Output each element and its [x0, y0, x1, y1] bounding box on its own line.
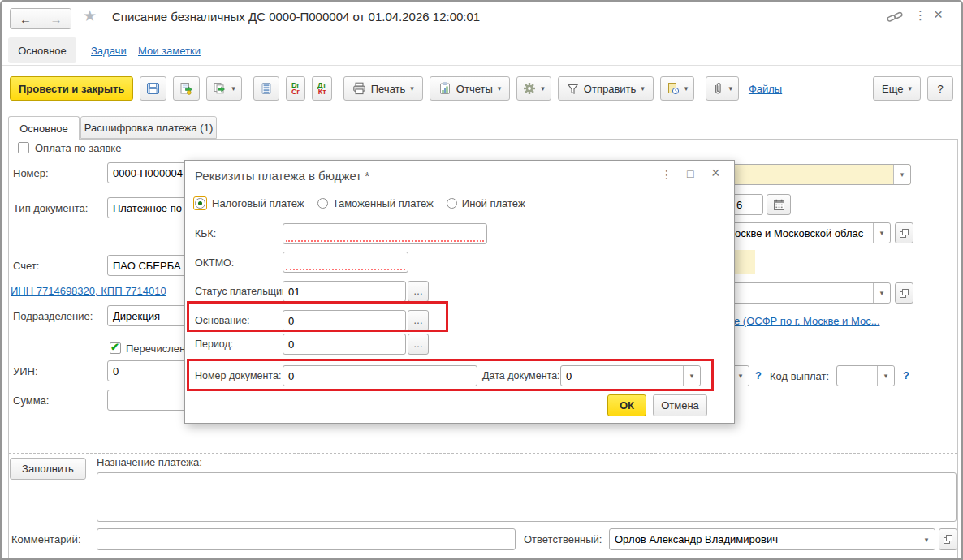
responsible-input[interactable]: Орлов Александр Владимирович ▾: [609, 528, 935, 550]
dropdown-arrow[interactable]: ▾: [918, 529, 935, 549]
radio-customs-payment[interactable]: Таможенный платеж: [317, 197, 434, 209]
payer-status-select-button[interactable]: …: [408, 281, 429, 302]
reports-label: Отчеты: [456, 83, 493, 95]
dropdown-arrow[interactable]: ▾: [683, 366, 700, 386]
open-item-button[interactable]: [895, 282, 913, 304]
schedule-document-button[interactable]: ▾: [660, 76, 695, 101]
dropdown-glyph: ▾: [900, 170, 905, 179]
open-item-button[interactable]: [895, 222, 913, 243]
schedule-dropdown-icon: ▾: [684, 84, 689, 93]
basis-input[interactable]: 0: [283, 310, 406, 331]
open-item-button[interactable]: [939, 528, 957, 550]
favorite-star-icon[interactable]: ★: [83, 6, 97, 25]
attachments-button[interactable]: ▾: [706, 76, 739, 101]
kebab-glyph: ⋮: [661, 168, 672, 181]
debit-credit-ru-button[interactable]: Дт Кт: [312, 76, 332, 101]
oktmo-input[interactable]: [283, 252, 408, 273]
period-select-button[interactable]: …: [408, 334, 429, 355]
debit-credit-en-button[interactable]: Dr Cr: [286, 76, 305, 101]
department-label: Подразделение:: [13, 310, 93, 322]
more-label: Еще: [882, 83, 903, 95]
help-label: ?: [937, 83, 943, 95]
window-close-icon[interactable]: ×: [934, 6, 943, 24]
application-window: ← → ★ Списание безналичных ДС 0000-П0000…: [0, 0, 963, 560]
kbk-input[interactable]: [283, 223, 487, 244]
register-records-button[interactable]: [253, 76, 279, 101]
back-button[interactable]: ←: [11, 9, 41, 28]
nav-tab-main[interactable]: Основное: [8, 37, 76, 63]
payer-status-input[interactable]: 01: [283, 281, 406, 302]
required-field-marker: [286, 240, 484, 242]
copy-button[interactable]: ▾: [206, 76, 242, 101]
more-dropdown-icon: ▾: [908, 84, 912, 93]
radio-other-payment[interactable]: Иной платеж: [447, 197, 525, 209]
files-link[interactable]: Файлы: [749, 83, 782, 95]
help-question-icon[interactable]: ?: [903, 369, 909, 381]
inn-kpp-link[interactable]: ИНН 7714698320, КПП 7714010: [11, 285, 166, 297]
window-kebab-menu-icon[interactable]: ⋮: [914, 8, 926, 23]
doc-date-input[interactable]: 0 ▾: [560, 365, 701, 386]
star-glyph: ★: [83, 7, 97, 24]
nav-link-notes[interactable]: Мои заметки: [138, 45, 201, 57]
department-value: Дирекция: [113, 310, 160, 322]
paperclip-icon: [712, 82, 723, 95]
nav-link-tasks[interactable]: Задачи: [91, 45, 127, 57]
print-button[interactable]: Печать ▾: [343, 76, 423, 101]
dropdown-glyph: ▾: [739, 372, 743, 380]
payment-type-radio-group: Налоговый платеж Таможенный платеж Иной …: [193, 196, 525, 210]
copy-dropdown-icon[interactable]: ▾: [231, 84, 235, 93]
settings-gear-button[interactable]: ▾: [516, 76, 551, 101]
get-link-icon[interactable]: [887, 11, 904, 24]
post-document-button[interactable]: [173, 76, 200, 101]
doc-number-value: 0: [288, 370, 294, 382]
doc-tab-payment-breakdown-label: Расшифровка платежа (1): [84, 122, 213, 134]
osfr-link[interactable]: е (ОСФР по г. Москве и Мос...: [734, 315, 880, 327]
post-and-close-button[interactable]: Провести и закрыть: [10, 76, 133, 101]
help-question-icon[interactable]: ?: [755, 369, 762, 381]
doc-number-input[interactable]: 0: [283, 365, 477, 386]
transferred-checkbox[interactable]: ✔: [110, 342, 121, 354]
radio-tax-payment[interactable]: Налоговый платеж: [193, 196, 304, 210]
save-button[interactable]: [140, 76, 166, 101]
dropdown-arrow[interactable]: ▾: [877, 366, 894, 386]
register-records-icon: [260, 82, 273, 95]
doc-tab-payment-breakdown[interactable]: Расшифровка платежа (1): [80, 116, 217, 139]
reports-button[interactable]: Отчеты ▾: [430, 76, 510, 101]
ellipsis-glyph: …: [413, 315, 423, 326]
recipient-combo-input[interactable]: ▾: [716, 282, 891, 304]
help-button[interactable]: ?: [927, 76, 953, 101]
required-field-marker: [286, 269, 405, 270]
more-button[interactable]: Еще ▾: [873, 76, 921, 101]
doc-tab-main[interactable]: Основное: [8, 116, 80, 140]
save-icon: [146, 82, 160, 95]
uin-label: УИН:: [13, 365, 38, 377]
calendar-button[interactable]: [767, 194, 791, 215]
highlighted-field-fragment: [735, 250, 755, 274]
ellipsis-glyph: …: [413, 286, 423, 297]
region-combo-input[interactable]: оскве и Московской облас ▾: [716, 222, 891, 243]
comment-input[interactable]: [97, 528, 516, 550]
payer-status-value: 01: [288, 286, 300, 298]
cancel-button[interactable]: Отмена: [653, 394, 707, 416]
pay-code-input[interactable]: ▾: [836, 365, 895, 386]
right-top-combo-input[interactable]: ▾: [716, 164, 911, 185]
doc-type-label: Тип документа:: [13, 202, 88, 214]
dialog-maximize-icon[interactable]: □: [687, 167, 693, 180]
dropdown-arrow[interactable]: ▾: [873, 223, 890, 243]
period-input[interactable]: 0: [283, 334, 406, 355]
account-value: ПАО СБЕРБА: [113, 260, 181, 272]
send-button[interactable]: Отправить ▾: [558, 76, 654, 101]
fill-button[interactable]: Заполнить: [10, 458, 86, 480]
history-nav-group: ← →: [10, 8, 71, 29]
pay-on-request-checkbox[interactable]: [18, 142, 29, 153]
ok-button[interactable]: ОК: [607, 394, 646, 416]
basis-select-button[interactable]: …: [408, 310, 429, 331]
dialog-kebab-menu-icon[interactable]: ⋮: [661, 168, 672, 181]
payment-purpose-textarea[interactable]: [97, 472, 957, 522]
amount-label: Сумма:: [13, 394, 49, 407]
dialog-close-icon[interactable]: ×: [711, 165, 720, 182]
forward-button[interactable]: →: [41, 9, 71, 28]
dropdown-arrow[interactable]: ▾: [893, 165, 910, 184]
toolbar: Провести и закрыть ▾ Dr Cr Дт Кт Печать …: [10, 76, 953, 101]
dropdown-arrow[interactable]: ▾: [873, 283, 890, 303]
